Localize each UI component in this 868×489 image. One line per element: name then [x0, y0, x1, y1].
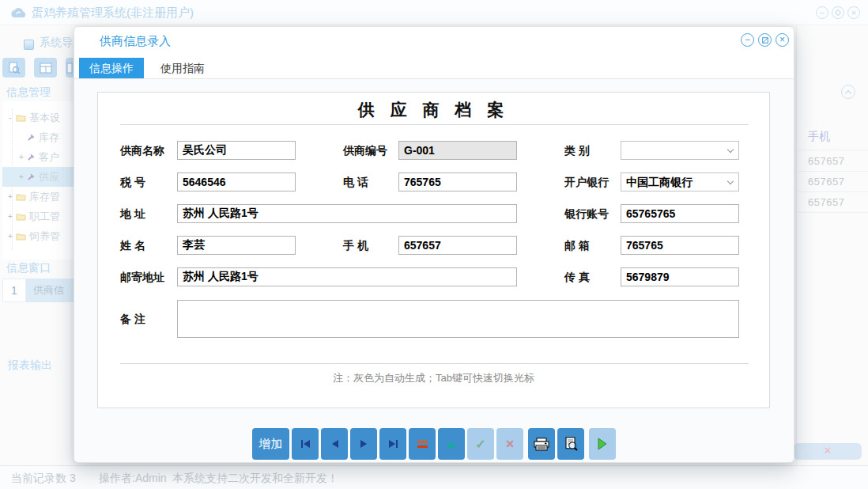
field-label-tax-no: 税 号 [120, 172, 145, 191]
print-preview-button[interactable] [557, 428, 584, 460]
supplier-no-input [398, 141, 517, 160]
table-row[interactable]: 657657 [808, 176, 844, 188]
main-titlebar: 蛋鸡养殖管理系统(非注册用户) − × [0, 0, 868, 25]
supplier-name-input[interactable] [177, 141, 296, 160]
title-divider [120, 124, 749, 125]
first-record-icon [300, 439, 311, 449]
contact-name-input[interactable] [177, 236, 296, 255]
window-list-tab-supplier[interactable]: 供商信 [26, 279, 74, 302]
cancel-record-button[interactable]: ✕ [496, 428, 523, 460]
fax-input[interactable] [621, 267, 739, 286]
run-report-button[interactable] [589, 428, 616, 460]
field-label-bank-account: 银行账号 [564, 204, 609, 223]
dialog-minimize-icon[interactable]: − [741, 33, 754, 47]
folder-icon [16, 232, 26, 241]
row-divider [798, 171, 868, 172]
expand-expander[interactable]: + [7, 212, 13, 221]
expand-expander[interactable]: + [7, 192, 13, 201]
field-label-phone: 电 话 [343, 172, 368, 191]
phone-input[interactable] [398, 172, 517, 191]
system-nav-icon [24, 40, 34, 50]
bank-select[interactable]: 中国工商银行 [621, 172, 739, 191]
printer-icon [534, 438, 549, 451]
next-record-button[interactable] [350, 428, 377, 460]
field-label-remark: 备 注 [120, 309, 145, 328]
tree-item-label: 库存管 [29, 190, 60, 204]
delete-icon [417, 441, 428, 448]
mail-address-input[interactable] [177, 267, 517, 286]
mobile-input[interactable] [398, 236, 517, 255]
add-button[interactable]: 增加 [252, 428, 289, 460]
remark-textarea[interactable] [177, 300, 739, 338]
field-label-email: 邮 箱 [564, 236, 590, 255]
folder-icon [16, 212, 26, 221]
collapse-panel-button[interactable] [841, 85, 855, 99]
tax-no-input[interactable] [177, 172, 296, 191]
email-input[interactable] [621, 236, 739, 255]
category-select[interactable] [621, 141, 739, 160]
save-record-button[interactable]: ✓ [467, 428, 494, 460]
section-info-window: 信息窗口 [6, 261, 51, 275]
first-record-button[interactable] [292, 428, 319, 460]
delete-record-button[interactable] [409, 428, 436, 460]
field-label-fax: 传 真 [564, 267, 590, 286]
tool-icon [27, 172, 36, 181]
tree-item-label: 供应 [39, 170, 59, 184]
form-title: 供 应 商 档 案 [98, 99, 769, 121]
maximize-glyph [835, 9, 841, 16]
edit-record-button[interactable] [438, 428, 465, 460]
table-row[interactable]: 657657 [808, 155, 844, 167]
expand-expander[interactable]: + [7, 232, 13, 241]
maximize-icon[interactable] [832, 6, 844, 19]
tree-item-label: 库存 [39, 131, 59, 145]
confirm-check-icon: ✓ [475, 437, 485, 452]
tree-item-feeding-manage[interactable]: + 饲养管 [2, 226, 74, 246]
status-operator: 操作者:Admin [99, 466, 167, 489]
cancel-cross-icon: ✕ [505, 438, 515, 450]
last-record-button[interactable] [379, 428, 406, 460]
bg-toolbar-grid-button[interactable] [34, 58, 57, 78]
bank-account-input[interactable] [621, 204, 739, 223]
dialog-close-icon[interactable]: × [776, 33, 789, 47]
tree-item-label: 职工管 [29, 210, 60, 224]
app-title: 蛋鸡养殖管理系统(非注册用户) [32, 0, 194, 25]
prev-record-button[interactable] [321, 428, 348, 460]
field-label-category: 类 别 [564, 141, 590, 160]
table-row[interactable]: 657657 [808, 196, 844, 208]
panel-close-button[interactable]: ✕ [794, 443, 862, 460]
tree-item-staff-manage[interactable]: + 职工管 [2, 207, 74, 226]
app-logo-icon [10, 7, 28, 19]
tree-item-supplier-selected[interactable]: + 供应 [2, 167, 74, 187]
right-panel-divider [796, 25, 797, 465]
expand-expander[interactable]: + [18, 172, 25, 181]
last-record-icon [388, 439, 398, 449]
tab-info-operation[interactable]: 信息操作 [79, 58, 144, 78]
tree-item-basic-settings[interactable]: - 基本设 [2, 108, 74, 127]
tool-icon [27, 133, 36, 142]
row-divider [798, 212, 868, 213]
tree-item-customer[interactable]: + 客户 [2, 147, 74, 167]
minimize-icon[interactable]: − [816, 6, 828, 19]
address-input[interactable] [177, 204, 517, 223]
close-icon[interactable]: × [847, 6, 860, 19]
next-record-icon [360, 439, 368, 449]
collapse-expander[interactable]: - [7, 113, 13, 122]
chevron-down-icon [727, 146, 734, 153]
tree-item-label: 饲养管 [29, 229, 60, 244]
dialog-maximize-icon[interactable] [758, 33, 772, 47]
print-button[interactable] [528, 428, 555, 460]
statusbar: 当前记录数 3 操作者:Admin 本系统支持二次开发和全新开发！ [0, 465, 868, 489]
run-play-icon [597, 438, 608, 450]
tree-item-inventory[interactable]: 库存 [2, 127, 74, 147]
tree-item-inventory-manage[interactable]: + 库存管 [2, 187, 74, 207]
nav-tree: - 基本设 库存 + 客户 + 供应 + 库存管 + 职工管 + 饲养管 [2, 101, 74, 260]
record-toolbar: 增加 ✓ ✕ [74, 428, 794, 460]
status-record-count: 当前记录数 3 [11, 466, 76, 489]
expand-expander[interactable]: + [18, 153, 25, 161]
section-report-output: 报表输出 [8, 358, 52, 373]
bg-toolbar-list-button[interactable] [66, 58, 74, 78]
tab-user-guide[interactable]: 使用指南 [150, 58, 215, 78]
bg-toolbar-search-button[interactable] [2, 58, 25, 78]
field-label-supplier-name: 供商名称 [120, 141, 164, 160]
status-message: 本系统支持二次开发和全新开发！ [172, 466, 338, 489]
